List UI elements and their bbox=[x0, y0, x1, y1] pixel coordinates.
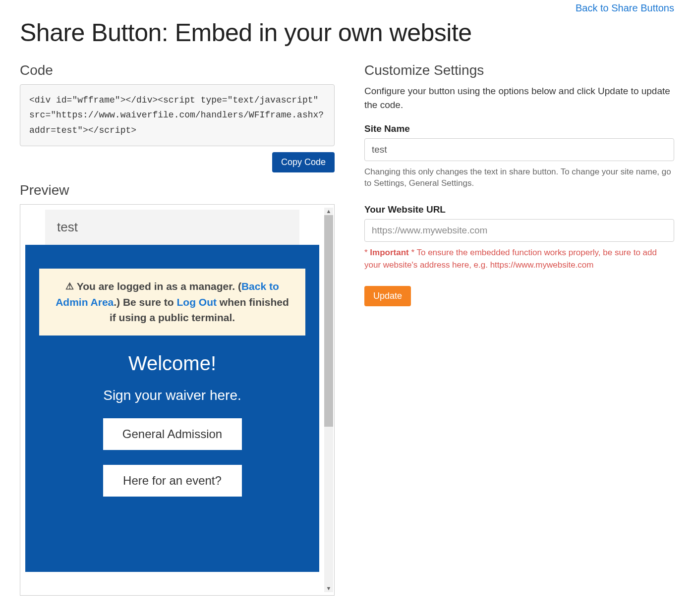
website-url-input[interactable] bbox=[364, 219, 674, 242]
alert-text-mid1: .) Be sure to bbox=[114, 296, 176, 308]
embed-code-box[interactable]: <div id="wfframe"></div><script type="te… bbox=[20, 84, 335, 147]
warning-icon: ⚠ bbox=[65, 281, 74, 291]
preview-heading: Preview bbox=[20, 182, 335, 198]
general-admission-button[interactable]: General Admission bbox=[103, 418, 242, 450]
site-name-input[interactable] bbox=[364, 138, 674, 161]
page-title: Share Button: Embed in your own website bbox=[20, 19, 674, 48]
settings-help-text: Configure your button using the options … bbox=[364, 84, 674, 112]
site-name-hint: Changing this only changes the text in s… bbox=[364, 166, 674, 190]
scroll-thumb[interactable] bbox=[324, 215, 333, 427]
update-button[interactable]: Update bbox=[364, 286, 411, 306]
copy-code-button[interactable]: Copy Code bbox=[272, 152, 335, 172]
preview-scrollbar[interactable]: ▲ ▼ bbox=[324, 208, 333, 592]
alert-text-prefix: You are logged in as a manager. ( bbox=[77, 280, 241, 292]
site-name-label: Site Name bbox=[364, 123, 674, 134]
preview-body: ⚠ You are logged in as a manager. (Back … bbox=[25, 245, 319, 572]
welcome-title: Welcome! bbox=[39, 352, 305, 375]
preview-box: test ⚠ You are logged in as a manager. (… bbox=[20, 204, 335, 596]
scroll-down-arrow[interactable]: ▼ bbox=[326, 585, 332, 592]
code-heading: Code bbox=[20, 62, 335, 78]
preview-site-header: test bbox=[45, 210, 299, 245]
back-to-share-buttons-link[interactable]: Back to Share Buttons bbox=[576, 2, 674, 13]
website-url-label: Your Website URL bbox=[364, 204, 674, 215]
here-for-event-button[interactable]: Here for an event? bbox=[103, 465, 242, 497]
scroll-up-arrow[interactable]: ▲ bbox=[326, 208, 332, 215]
top-link-bar: Back to Share Buttons bbox=[20, 0, 674, 19]
manager-alert: ⚠ You are logged in as a manager. (Back … bbox=[39, 269, 305, 336]
settings-heading: Customize Settings bbox=[364, 62, 674, 78]
log-out-link[interactable]: Log Out bbox=[176, 296, 216, 308]
website-url-important-note: * Important * To ensure the embedded fun… bbox=[364, 247, 674, 271]
welcome-subtitle: Sign your waiver here. bbox=[39, 388, 305, 403]
